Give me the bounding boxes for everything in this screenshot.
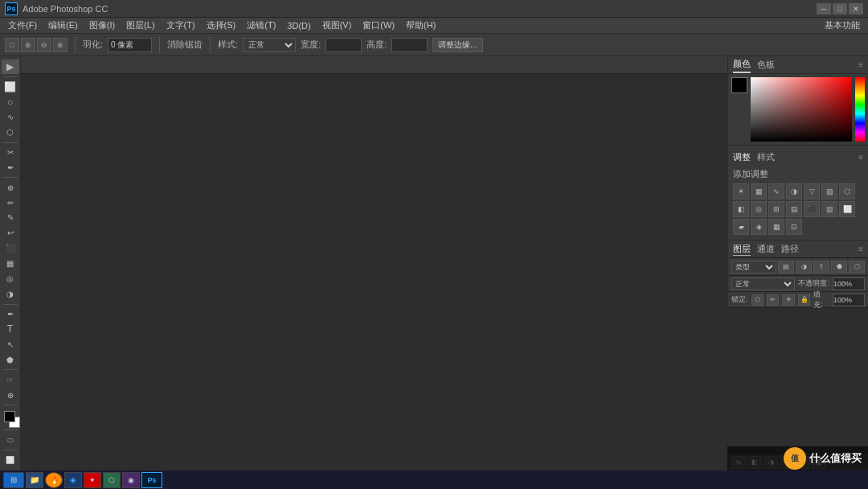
invert-icon[interactable]: ⬛: [804, 201, 820, 217]
maximize-button[interactable]: □: [833, 3, 847, 14]
lasso-tool[interactable]: ∿: [2, 110, 19, 125]
minimize-button[interactable]: ─: [817, 3, 831, 14]
style-select[interactable]: 正常 固定比例 固定大小: [243, 38, 296, 52]
taskbar-app-4[interactable]: ◉: [122, 472, 140, 488]
panel-menu-icon[interactable]: ≡: [858, 60, 863, 69]
menu-window[interactable]: 窗口(W): [358, 18, 399, 33]
blend-mode-select[interactable]: 正常 溶解 正片叠底: [731, 277, 795, 290]
tab-styles[interactable]: 样式: [757, 151, 775, 163]
taskbar-ps-button[interactable]: Ps: [141, 472, 162, 488]
curves-icon[interactable]: ∿: [768, 183, 784, 199]
screen-mode[interactable]: ⬜: [2, 453, 19, 467]
menu-filter[interactable]: 滤镜(T): [242, 18, 280, 33]
layers-panel-menu-icon[interactable]: ≡: [858, 244, 863, 253]
selective-color-icon[interactable]: ◈: [751, 219, 767, 235]
menu-file[interactable]: 文件(F): [3, 18, 42, 33]
menu-text[interactable]: 文字(T): [162, 18, 200, 33]
shape-tool[interactable]: ⬟: [2, 352, 19, 367]
lock-transparent-icon[interactable]: ⬡: [751, 294, 764, 306]
close-button[interactable]: ✕: [849, 3, 863, 14]
taskbar-app-1[interactable]: ◈: [64, 472, 82, 488]
lock-pixels-icon[interactable]: ✏: [767, 294, 779, 306]
quick-mask-mode[interactable]: ⬭: [2, 433, 19, 447]
adj-panel-menu-icon[interactable]: ≡: [858, 153, 863, 162]
brush-tool[interactable]: ✏: [2, 195, 19, 210]
menu-layer[interactable]: 图层(L): [121, 18, 159, 33]
adj-icon-18[interactable]: ⊡: [786, 219, 802, 235]
tab-color[interactable]: 颜色: [733, 56, 751, 73]
filter-shape-layer-icon[interactable]: ⬟: [831, 261, 847, 273]
posterize-icon[interactable]: ▥: [821, 201, 837, 217]
new-selection-icon[interactable]: □: [5, 38, 19, 52]
menu-image[interactable]: 图像(I): [84, 18, 120, 33]
bw-icon[interactable]: ◧: [733, 201, 749, 217]
color-balance-icon[interactable]: ⬡: [839, 183, 855, 199]
zoom-tool[interactable]: ⊕: [2, 388, 19, 402]
filter-text-layer-icon[interactable]: T: [813, 261, 829, 273]
crop-tool[interactable]: ✂: [2, 145, 19, 159]
menu-edit[interactable]: 编辑(E): [43, 18, 83, 33]
hue-slider[interactable]: [855, 77, 865, 142]
tab-paths[interactable]: 路径: [781, 243, 799, 255]
active-color-swatch[interactable]: [731, 77, 747, 93]
menu-3d[interactable]: 3D(D): [282, 19, 315, 32]
gradient-tool[interactable]: ▦: [2, 257, 19, 271]
tab-swatches[interactable]: 色板: [757, 57, 775, 72]
color-spectrum-picker[interactable]: [751, 77, 852, 142]
vibrance-icon[interactable]: ▽: [804, 183, 820, 199]
width-input[interactable]: [326, 38, 362, 52]
filter-pixel-layer-icon[interactable]: ▤: [778, 261, 794, 273]
history-brush-tool[interactable]: ↩: [2, 226, 19, 240]
dodge-tool[interactable]: ◑: [2, 287, 19, 302]
threshold-icon[interactable]: ⬜: [839, 201, 855, 217]
eraser-tool[interactable]: ⬛: [2, 241, 19, 256]
adjust-edge-button[interactable]: 调整边缘...: [432, 38, 482, 52]
menu-select[interactable]: 选择(S): [202, 18, 241, 33]
tab-layers[interactable]: 图层: [733, 243, 751, 256]
lock-position-icon[interactable]: ✛: [782, 294, 794, 306]
lock-all-icon[interactable]: 🔒: [798, 294, 810, 306]
opacity-input[interactable]: 100%: [833, 277, 865, 290]
menu-view[interactable]: 视图(V): [317, 18, 357, 33]
adj-icon-17[interactable]: ▦: [768, 219, 784, 235]
color-swatches[interactable]: [2, 408, 19, 427]
layer-type-filter[interactable]: 类型 名称 效果: [731, 261, 776, 273]
foreground-color[interactable]: [4, 411, 15, 422]
filter-smart-object-icon[interactable]: ⬡: [849, 261, 865, 273]
menu-help[interactable]: 帮助(H): [401, 18, 440, 33]
filter-adjustment-layer-icon[interactable]: ◑: [796, 261, 812, 273]
clone-stamp-tool[interactable]: ✎: [2, 211, 19, 225]
taskbar-browser[interactable]: 🔥: [45, 472, 63, 488]
healing-brush-tool[interactable]: ⊕: [2, 180, 19, 195]
levels-icon[interactable]: ▦: [751, 183, 767, 199]
tab-channels[interactable]: 通道: [757, 243, 775, 255]
hsl-icon[interactable]: ▧: [821, 183, 837, 199]
channel-mixer-icon[interactable]: ⊞: [768, 201, 784, 217]
taskbar-file-explorer[interactable]: 📁: [26, 472, 43, 488]
intersect-selection-icon[interactable]: ⊗: [53, 38, 68, 52]
photo-filter-icon[interactable]: ◎: [751, 201, 767, 217]
exposure-icon[interactable]: ◑: [786, 183, 802, 199]
eyedropper-tool[interactable]: ✒: [2, 160, 19, 175]
hand-tool[interactable]: ☞: [2, 372, 19, 387]
brightness-contrast-icon[interactable]: ☀: [733, 183, 749, 199]
height-input[interactable]: [391, 38, 428, 52]
blur-tool[interactable]: ◎: [2, 272, 19, 286]
start-button[interactable]: ⊞: [3, 472, 24, 488]
fill-input[interactable]: 100%: [833, 294, 865, 306]
path-selection-tool[interactable]: ↖: [2, 337, 19, 351]
quick-selection-tool[interactable]: ⬡: [2, 125, 19, 140]
pen-tool[interactable]: ✒: [2, 307, 19, 322]
elliptical-marquee-tool[interactable]: ○: [2, 95, 19, 109]
taskbar-app-2[interactable]: ✦: [84, 472, 101, 488]
taskbar-app-3[interactable]: ⬡: [103, 472, 121, 488]
move-tool[interactable]: ▶: [2, 60, 19, 74]
tab-adjustments[interactable]: 调整: [733, 151, 751, 163]
rectangular-marquee-tool[interactable]: ⬜: [2, 80, 19, 94]
text-tool[interactable]: T: [2, 323, 19, 337]
color-lookup-icon[interactable]: ▤: [786, 201, 802, 217]
feather-input[interactable]: [108, 38, 152, 52]
gradient-map-icon[interactable]: ▰: [733, 219, 749, 235]
add-selection-icon[interactable]: ⊕: [21, 38, 35, 52]
subtract-selection-icon[interactable]: ⊖: [37, 38, 51, 52]
